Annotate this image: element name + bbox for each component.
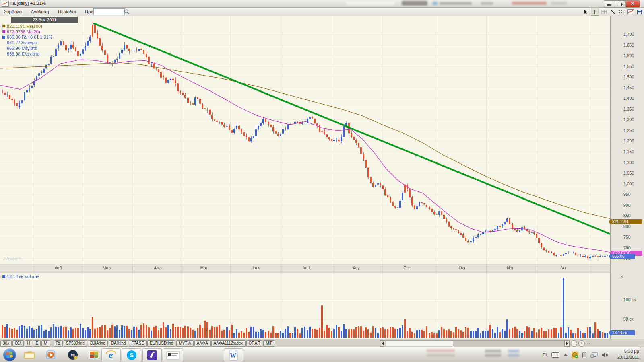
month-label: Απρ [154, 266, 161, 270]
tab-η[interactable]: Η [25, 340, 32, 347]
price-axis-label: 1,100 [623, 160, 634, 165]
start-button[interactable] [3, 348, 16, 361]
explorer-icon[interactable] [23, 349, 36, 360]
tab-djiaind[interactable]: DJIA:ind [88, 340, 108, 347]
price-axis-label: 1,450 [623, 85, 634, 90]
tab-οπαπ[interactable]: ΟΠΑΠ [246, 340, 263, 347]
price-axis-label: 1,550 [623, 64, 634, 69]
volume-axis-label: 100 εκ [623, 297, 636, 302]
keyboard-icon[interactable] [551, 352, 559, 358]
legend-swatch [2, 36, 5, 39]
photo-gallery-icon[interactable] [87, 349, 101, 360]
tray-clock[interactable]: 5:38 μμ 23/12/2011 [609, 348, 639, 360]
tab-αλφα[interactable]: ΑΛΦΑ [194, 340, 211, 347]
scrollbar-track[interactable] [385, 340, 564, 346]
symbol-search-input[interactable] [93, 8, 125, 15]
media-player-icon[interactable] [44, 349, 58, 360]
month-label: Αυγ [353, 266, 359, 270]
background-window-blur [440, 2, 472, 5]
tab-αλφα1112adex[interactable]: ΑΛΦΑ1112:adex [211, 340, 246, 347]
fit-width-icon[interactable]: ↔ [586, 340, 591, 346]
price-axis-label: 1,150 [623, 149, 634, 154]
taskbar-glass-blur [508, 350, 519, 352]
tab-60λ[interactable]: 60λ [12, 340, 24, 347]
tab-μ[interactable]: Μ [41, 340, 50, 347]
legend-row: 665.06 ΓΔ +8.61 1.31% [2, 35, 53, 40]
show-hidden-icons-arrow[interactable] [563, 353, 568, 356]
tray-time: 5:38 μμ [609, 348, 639, 354]
month-label: Φεβ [55, 266, 62, 270]
restore-button[interactable] [615, 1, 626, 7]
price-tag: 665.06 [611, 254, 635, 259]
window-title: ΓΔ [daily] +1.31% [10, 1, 46, 6]
app-chart-icon [2, 1, 9, 7]
show-desktop-button[interactable] [640, 347, 644, 362]
crosshair-plus-icon[interactable] [591, 8, 599, 16]
volume-swatch [2, 275, 5, 278]
legend-text: 665.96 Μέγιστο [7, 46, 37, 51]
tab-eurusdind[interactable]: EURUSD:ind [147, 340, 175, 347]
tab-ε[interactable]: Ε [33, 340, 41, 347]
pointer-icon[interactable] [582, 8, 589, 15]
scrollbar-thumb[interactable] [386, 341, 453, 346]
svg-text:S: S [130, 352, 134, 358]
background-window-blur [402, 1, 427, 6]
symbol-tab-bar: 30λ60λΗΕΜΓΔSP500:indDJIA:indDAX:indFTASE… [0, 339, 644, 347]
hp-icon[interactable]: hp [66, 349, 80, 360]
trendline-tool-icon[interactable] [609, 8, 617, 15]
tab-μιγ[interactable]: ΜΙΓ [263, 340, 275, 347]
legend-text: 658.08 Ελάχιστο [7, 51, 39, 56]
grid-icon[interactable] [601, 8, 608, 15]
language-indicator[interactable]: EL [543, 352, 548, 357]
battery-icon[interactable] [582, 352, 587, 358]
legend-row: 658.08 Ελάχιστο [2, 51, 53, 57]
volume-icon[interactable] [602, 352, 609, 358]
month-label: Μαρ [103, 266, 111, 270]
internet-explorer-button[interactable]: e [101, 348, 121, 362]
taskbar-glass-blur [427, 349, 455, 352]
svg-text:W: W [230, 352, 236, 359]
skype-button[interactable]: S [122, 348, 141, 362]
month-label: Ιουλ [303, 266, 311, 270]
menu-periods[interactable]: Περίοδοι [54, 8, 79, 14]
chart-icon[interactable] [627, 8, 634, 15]
tab-γδ[interactable]: ΓΔ [54, 340, 63, 347]
zoom-in-button[interactable]: + [578, 340, 585, 347]
word-button[interactable]: W [224, 348, 243, 362]
taskbar-glass-blur [427, 354, 455, 357]
search-icon[interactable] [124, 9, 130, 16]
tab-ftase[interactable]: FTASE [129, 340, 146, 347]
background-window-blur [481, 2, 493, 5]
legend-text: 672.0736 Με(20) [7, 29, 40, 34]
purple-app-button[interactable] [142, 348, 162, 362]
taskbar-glass-blur [485, 350, 501, 352]
scroll-right-arrow[interactable] [564, 340, 570, 347]
background-window-blur [551, 2, 567, 5]
month-label: Οκτ [459, 266, 466, 270]
notes-app-button[interactable] [163, 348, 183, 362]
background-window-blur [433, 2, 438, 5]
minimize-button[interactable] [604, 1, 615, 7]
scroll-left-arrow[interactable] [380, 340, 385, 347]
dotted-grid-icon[interactable] [618, 8, 625, 15]
save-icon[interactable] [636, 8, 643, 15]
taskbar-glass-blur [508, 354, 519, 357]
network-icon[interactable] [590, 352, 598, 358]
window-controls: ✕ [604, 0, 640, 8]
menu-symbols[interactable]: Σύμβολα [0, 8, 25, 14]
legend-row: 821.1191 Με(100) [2, 23, 53, 29]
price-chart-canvas[interactable] [0, 16, 610, 339]
legend-row: 672.0736 Με(20) [2, 29, 53, 35]
volume-pane-close-icon[interactable]: ✕ [620, 275, 624, 279]
volume-axis-label: 50 εκ [623, 317, 634, 321]
tab-μυτιλ[interactable]: ΜΥΤΙΛ [176, 340, 194, 347]
close-button[interactable]: ✕ [626, 1, 640, 7]
menu-analysis[interactable]: Ανάλυση [27, 8, 53, 14]
antivirus-tray-icon[interactable] [572, 352, 578, 358]
window-titlebar[interactable]: ΓΔ [daily] +1.31% ✕ [0, 0, 644, 8]
tab-sp500ind[interactable]: SP500:ind [64, 340, 87, 347]
tab-30λ[interactable]: 30λ [0, 340, 12, 347]
tab-daxind[interactable]: DAX:ind [109, 340, 128, 347]
price-axis-label: 750 [623, 234, 631, 239]
zoom-out-button[interactable]: − [571, 340, 577, 347]
